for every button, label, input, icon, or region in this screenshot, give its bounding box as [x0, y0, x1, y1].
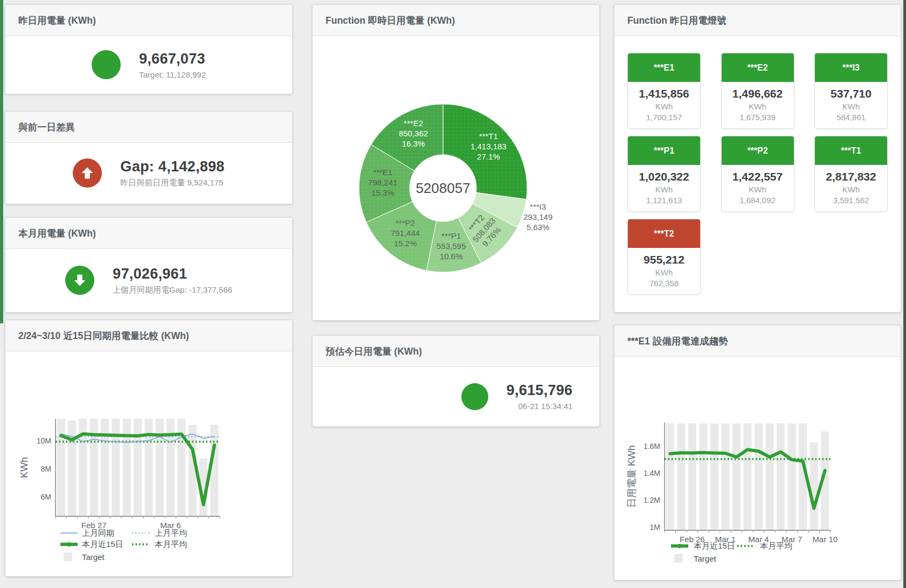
target-bar — [788, 424, 796, 531]
tile-target: 584,861 — [817, 113, 885, 122]
tile-unit: KWh — [724, 102, 792, 111]
target-bar — [210, 425, 218, 516]
target-bar — [777, 424, 785, 531]
stat-row: 9,615,796 06-21 15:34:41 — [461, 382, 573, 411]
status-tile: ***I3537,710KWh584,861 — [814, 53, 888, 129]
tile-value: 1,415,856 — [630, 87, 698, 100]
tile-value: 1,422,557 — [724, 170, 792, 183]
legend-item[interactable]: 上月平均 — [132, 528, 187, 537]
svg-text:***I3: ***I3 — [530, 202, 546, 211]
status-tile: ***P11,020,322KWh1,121,613 — [627, 136, 701, 212]
svg-text:***P2: ***P2 — [396, 218, 415, 227]
svg-text:791,444: 791,444 — [391, 229, 420, 238]
green-status-circle-icon — [461, 383, 488, 410]
svg-text:本月近15日: 本月近15日 — [694, 541, 735, 550]
panel-title: Function 昨日用電燈號 — [614, 5, 901, 36]
panel-title-text: Function 即時日用電量 (KWh) — [326, 14, 455, 27]
tile-unit: KWh — [817, 185, 885, 194]
svg-text:本月平均: 本月平均 — [155, 539, 187, 549]
svg-text:***E2: ***E2 — [404, 119, 423, 128]
tile-unit: KWh — [630, 185, 698, 194]
target-bar — [134, 419, 142, 516]
panel-title-text: 預估今日用電量 (KWh) — [326, 345, 422, 358]
stat-row: 97,026,961 上個月同期用電Gap: -17,377,566 — [65, 266, 232, 295]
tile-header: ***E2 — [722, 53, 794, 82]
target-bar — [810, 442, 818, 531]
tile-target: 1,684,092 — [724, 196, 792, 205]
legend-item[interactable]: 本月平均 — [737, 541, 792, 550]
stat-timestamp: 06-21 15:34:41 — [507, 402, 573, 411]
tile-target: 1,675,939 — [724, 113, 792, 122]
svg-text:Target: Target — [694, 554, 717, 563]
trend-chart: 1M1.2M1.4M1.6MFeb 26Mar 1Mar 4Mar 7Mar 1… — [614, 356, 901, 580]
target-bar — [688, 424, 696, 531]
tile-value: 2,817,832 — [817, 170, 885, 183]
panel-title-text: 昨日用電量 (KWh) — [18, 14, 96, 27]
panel-yesterday-usage: 昨日用電量 (KWh) 9,667,073 Target: 11,128,992 — [5, 4, 293, 94]
green-down-arrow-icon — [65, 266, 94, 295]
svg-text:850,362: 850,362 — [399, 129, 428, 138]
tile-target: 3,591,562 — [817, 196, 885, 205]
svg-text:1,413,183: 1,413,183 — [471, 142, 507, 151]
lights-grid: ***E11,415,856KWh1,700,157***E21,496,662… — [614, 36, 901, 312]
tile-unit: KWh — [817, 102, 885, 111]
stat-row: 9,667,073 Target: 11,128,992 — [92, 50, 206, 79]
svg-text:16.3%: 16.3% — [402, 139, 425, 148]
tile-value: 1,020,322 — [630, 170, 698, 183]
panel-gap-previous-day: 與前一日差異 Gap: 4,142,898 昨日與前日用電量 5,524,175 — [5, 111, 293, 204]
donut-center-label: 5208057 — [416, 180, 470, 196]
panel-trend-chart: ***E1 設備用電達成趨勢 1M1.2M1.4M1.6MFeb 26Mar 1… — [614, 325, 901, 580]
tile-target: 1,700,157 — [630, 113, 698, 122]
legend-item[interactable]: 本月平均 — [132, 539, 187, 549]
panel-title: ***E1 設備用電達成趨勢 — [614, 326, 901, 357]
target-bar — [123, 419, 131, 516]
y-tick-label: 1.6M — [644, 442, 660, 451]
x-tick-label: Mar 10 — [812, 535, 838, 544]
status-tile: ***E21,496,662KWh1,675,939 — [721, 53, 794, 129]
status-tile: ***T12,817,832KWh3,591,562 — [814, 136, 888, 212]
target-bar — [766, 424, 774, 531]
legend-item[interactable]: 上月同期 — [60, 528, 114, 537]
stat-value: 97,026,961 — [113, 266, 232, 282]
y-tick-label: 10M — [37, 437, 51, 445]
status-tile: ***P21,422,557KWh1,684,092 — [721, 136, 794, 212]
tile-header: ***E1 — [628, 53, 700, 82]
svg-text:5.63%: 5.63% — [527, 223, 550, 232]
tile-value: 955,212 — [630, 253, 698, 266]
tile-header: ***I3 — [815, 53, 887, 82]
legend-item[interactable]: 本月近15日 — [60, 539, 123, 549]
tile-header: ***P2 — [722, 136, 794, 165]
y-axis-label: 日用電量 KWh — [626, 445, 637, 508]
tile-value: 1,496,662 — [724, 87, 792, 100]
panel-month-usage: 本月用電量 (KWh) 97,026,961 上個月同期用電Gap: -17,3… — [5, 217, 293, 313]
panel-title: Function 即時日用電量 (KWh) — [313, 5, 599, 36]
stat-value: 9,667,073 — [139, 51, 206, 67]
target-bar — [112, 419, 120, 516]
svg-text:15.3%: 15.3% — [371, 188, 395, 197]
legend-item[interactable]: Target — [64, 552, 105, 562]
panel-title-text: 本月用電量 (KWh) — [18, 227, 96, 240]
svg-text:15.2%: 15.2% — [394, 239, 417, 248]
panel-title: 昨日用電量 (KWh) — [5, 5, 292, 36]
scrollbar[interactable] — [903, 0, 906, 588]
panel-status-lights: Function 昨日用電燈號 ***E11,415,856KWh1,700,1… — [614, 4, 901, 313]
svg-text:***P1: ***P1 — [441, 231, 461, 240]
y-tick-label: 1.2M — [644, 496, 660, 504]
legend-item[interactable]: Target — [674, 554, 717, 563]
y-tick-label: 6M — [41, 493, 51, 501]
stat-value: Gap: 4,142,898 — [120, 158, 224, 175]
svg-text:***E1: ***E1 — [373, 168, 392, 177]
tile-unit: KWh — [630, 268, 698, 277]
y-tick-label: 8M — [41, 465, 51, 473]
tile-header: ***T2 — [628, 219, 700, 248]
tile-value: 537,710 — [817, 87, 885, 100]
y-tick-label: 1.4M — [644, 469, 660, 478]
panel-title-text: ***E1 設備用電達成趨勢 — [627, 335, 728, 348]
green-status-circle-icon — [92, 50, 121, 79]
sidebar-edge — [0, 0, 3, 323]
svg-text:本月平均: 本月平均 — [760, 541, 792, 550]
target-bar — [721, 424, 729, 531]
panel-title-text: 2/24~3/10 近15日同期用電量比較 (KWh) — [18, 329, 189, 342]
status-tile: ***T2955,212KWh762,358 — [627, 219, 701, 295]
target-bar — [68, 420, 76, 516]
